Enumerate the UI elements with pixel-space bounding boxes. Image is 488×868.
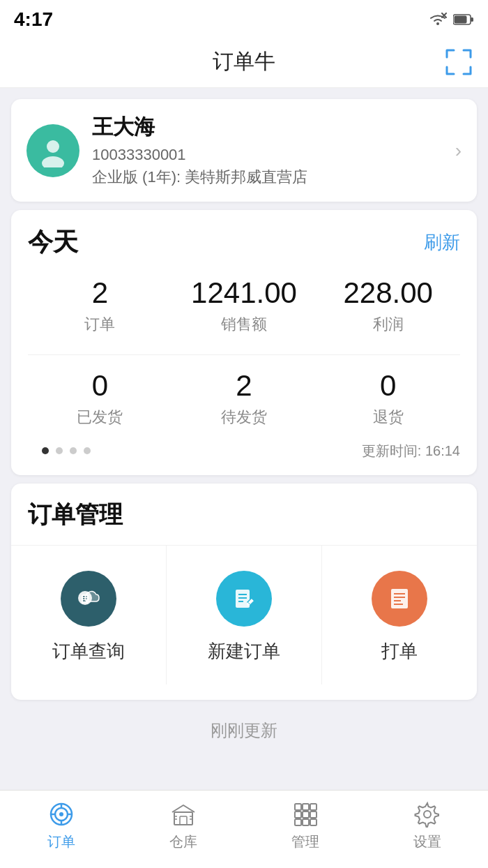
svg-rect-43 (303, 819, 309, 825)
refresh-button[interactable]: 刷新 (424, 230, 460, 255)
stat-orders: 2 订单 (28, 276, 172, 335)
nav-item-order[interactable]: 订单 (0, 800, 122, 851)
svg-rect-30 (174, 812, 192, 825)
manage-nav-label: 管理 (291, 832, 319, 851)
today-title: 今天 (28, 225, 78, 260)
page-indicator: 更新时间: 16:14 (28, 447, 460, 454)
stats-row-2: 0 已发货 2 待发货 0 退货 (28, 369, 460, 428)
order-query-icon-wrap (61, 571, 116, 627)
update-notice: 刚刚更新 (0, 708, 488, 753)
stat-sales: 1241.00 销售额 (172, 276, 317, 335)
svg-rect-18 (391, 589, 408, 608)
profile-arrow-icon: › (455, 140, 462, 162)
svg-rect-36 (295, 804, 301, 810)
stats-row-1: 2 订单 1241.00 销售额 228.00 利润 (28, 276, 460, 335)
app-title: 订单牛 (213, 47, 275, 76)
order-management-title: 订单管理 (11, 499, 477, 545)
stat-pending-value: 2 (172, 369, 317, 403)
stat-pending: 2 待发货 (172, 369, 317, 428)
new-order-label: 新建订单 (208, 639, 280, 664)
warehouse-nav-icon (169, 800, 197, 828)
order-query-icon (73, 583, 105, 615)
stat-orders-value: 2 (28, 276, 172, 310)
svg-rect-44 (310, 819, 317, 825)
print-order-icon (383, 583, 415, 615)
avatar (26, 124, 79, 177)
stat-orders-label: 订单 (28, 314, 172, 335)
stat-return: 0 退货 (316, 369, 460, 428)
svg-point-45 (424, 811, 431, 818)
settings-nav-label: 设置 (413, 832, 441, 851)
svg-rect-38 (310, 804, 317, 810)
nav-item-manage[interactable]: 管理 (244, 800, 366, 851)
order-query-label: 订单查询 (52, 639, 125, 664)
wifi-icon (428, 13, 448, 27)
dot-2 (56, 447, 63, 454)
stats-divider (28, 354, 460, 355)
svg-rect-37 (303, 804, 309, 810)
new-order-icon (228, 583, 260, 615)
status-time: 4:17 (14, 8, 53, 31)
profile-info: 王大海 10033330001 企业版 (1年): 美特斯邦威直营店 (92, 113, 443, 188)
stat-return-value: 0 (316, 369, 460, 403)
battery-icon (453, 13, 474, 26)
svg-rect-42 (295, 819, 301, 825)
settings-nav-icon (413, 800, 441, 828)
dot-3 (70, 447, 77, 454)
svg-point-0 (436, 22, 439, 25)
update-time: 更新时间: 16:14 (362, 442, 460, 461)
stat-shipped-value: 0 (28, 369, 172, 403)
nav-item-settings[interactable]: 设置 (366, 800, 488, 851)
svg-rect-31 (180, 816, 187, 825)
stat-sales-label: 销售额 (172, 314, 317, 335)
print-order-label: 打单 (381, 639, 418, 664)
stat-shipped: 0 已发货 (28, 369, 172, 428)
order-nav-label: 订单 (47, 832, 75, 851)
today-section: 今天 刷新 2 订单 1241.00 销售额 228.00 利润 0 已发货 2… (11, 210, 477, 475)
svg-rect-5 (471, 17, 473, 22)
stat-return-label: 退货 (316, 407, 460, 428)
stat-sales-value: 1241.00 (172, 276, 317, 310)
order-query-item[interactable]: 订单查询 (11, 546, 167, 684)
dot-4 (84, 447, 91, 454)
profile-type: 企业版 (1年): 美特斯邦威直营店 (92, 167, 443, 188)
warehouse-nav-label: 仓库 (169, 832, 197, 851)
order-nav-icon (47, 800, 75, 828)
svg-point-7 (42, 156, 64, 167)
stat-pending-label: 待发货 (172, 407, 317, 428)
print-order-icon-wrap (372, 571, 427, 627)
stat-profit-value: 228.00 (316, 276, 460, 310)
stat-profit: 228.00 利润 (316, 276, 460, 335)
dot-1 (42, 447, 49, 454)
profile-id: 10033330001 (92, 146, 443, 164)
manage-nav-icon (291, 800, 319, 828)
stat-shipped-label: 已发货 (28, 407, 172, 428)
svg-point-6 (47, 140, 59, 153)
profile-name: 王大海 (92, 113, 443, 142)
status-icons (428, 13, 474, 27)
svg-rect-39 (295, 811, 301, 818)
scan-icon (445, 49, 472, 75)
svg-rect-40 (303, 811, 309, 818)
order-grid: 订单查询 新建订单 (11, 545, 477, 684)
nav-item-warehouse[interactable]: 仓库 (122, 800, 244, 851)
svg-rect-41 (310, 811, 317, 818)
stat-profit-label: 利润 (316, 314, 460, 335)
today-header: 今天 刷新 (28, 225, 460, 260)
profile-card[interactable]: 王大海 10033330001 企业版 (1年): 美特斯邦威直营店 › (11, 99, 477, 202)
print-order-item[interactable]: 打单 (322, 546, 477, 684)
order-management-section: 订单管理 订单查询 (11, 484, 477, 700)
app-header: 订单牛 (0, 36, 488, 88)
new-order-icon-wrap (216, 571, 272, 627)
svg-point-25 (59, 812, 63, 816)
svg-rect-4 (455, 16, 467, 24)
status-bar: 4:17 (0, 0, 488, 36)
scan-button[interactable] (443, 47, 474, 77)
new-order-item[interactable]: 新建订单 (167, 546, 322, 684)
bottom-nav: 订单 仓库 (0, 790, 488, 868)
